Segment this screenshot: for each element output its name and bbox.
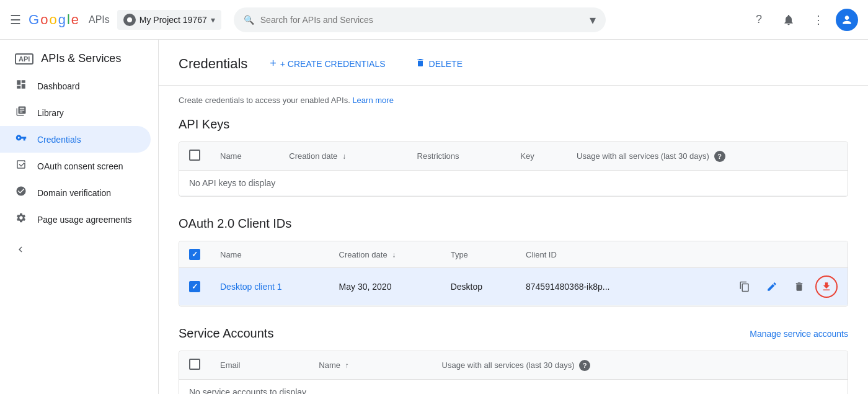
api-keys-name-header: Name [210,142,279,171]
oauth-row-name: Desktop client 1 [210,268,329,306]
api-keys-key-header: Key [510,142,567,171]
edit-button[interactable] [761,275,783,298]
oauth-row-client-id: 874591480368-ik8p... [516,268,667,306]
copy-button[interactable] [733,275,756,298]
library-icon [15,105,27,120]
project-selector[interactable]: My Project 19767 ▾ [117,10,221,30]
service-accounts-title: Service Accounts [179,326,273,341]
table-row: Desktop client 1 May 30, 2020 Desktop 87… [179,268,848,306]
delete-row-button[interactable] [788,275,810,298]
sort-desc-icon: ↓ [392,251,396,259]
sidebar-item-dashboard[interactable]: Dashboard [0,73,151,99]
sa-checkbox-header [179,351,210,380]
sidebar-item-label: Page usage agreements [37,215,132,225]
sa-empty-row: No service accounts to display [179,380,848,395]
service-accounts-table: Email Name ↑ Usage with all services (la… [179,351,848,394]
project-dot-icon [123,14,136,26]
oauth-name-header: Name [210,241,329,268]
topbar-right: ? ⋮ [746,7,858,32]
sidebar-title: APIs & Services [41,52,121,65]
delete-button[interactable]: DELETE [408,53,470,74]
main-content: Credentials + + CREATE CREDENTIALS DELET… [159,40,868,394]
sa-name-header[interactable]: Name ↑ [309,351,432,380]
credentials-icon [15,132,27,146]
service-accounts-header: Service Accounts Manage service accounts [179,326,848,341]
notification-button[interactable] [776,7,801,32]
chevron-down-icon: ▾ [211,15,215,25]
oauth-header-row: Name Creation date ↓ Type Client ID [179,241,848,268]
api-keys-header-row: Name Creation date ↓ Restrictions Key [179,142,848,171]
manage-service-accounts-link[interactable]: Manage service accounts [750,329,848,339]
api-keys-restrictions-header: Restrictions [407,142,511,171]
learn-more-link[interactable]: Learn more [352,96,393,105]
sidebar-item-library[interactable]: Library [0,99,151,126]
oauth-actions-header [667,241,848,268]
api-keys-title: API Keys [179,117,848,132]
dashboard-icon [15,79,27,93]
api-keys-creation-date-header[interactable]: Creation date ↓ [279,142,407,171]
hamburger-menu[interactable]: ☰ [10,12,21,27]
delete-btn-icon [415,58,425,69]
oauth-row-date: May 30, 2020 [329,268,441,306]
sa-usage-header: Usage with all services (last 30 days) ? [432,351,848,380]
page-usage-icon [15,212,27,226]
api-keys-table: Name Creation date ↓ Restrictions Key [179,141,848,197]
sidebar-item-page-usage[interactable]: Page usage agreements [0,206,151,233]
oauth-creation-date-header[interactable]: Creation date ↓ [329,241,441,268]
desktop-client-link[interactable]: Desktop client 1 [220,282,282,292]
sidebar-item-label: Credentials [37,135,81,145]
sa-email-header: Email [210,351,309,380]
sidebar: API APIs & Services Dashboard Library Cr… [0,40,159,394]
plus-icon: + [270,57,277,70]
api-keys-checkbox-header [179,142,210,171]
search-icon: 🔍 [244,15,254,25]
page-title: Credentials [179,56,247,72]
sidebar-item-credentials[interactable]: Credentials [0,126,151,153]
service-accounts-header-row: Email Name ↑ Usage with all services (la… [179,351,848,380]
oauth-table: Name Creation date ↓ Type Client ID [179,241,848,307]
oauth-title: OAuth 2.0 Client IDs [179,217,848,231]
sidebar-item-label: Library [37,108,64,118]
search-input[interactable] [260,15,590,25]
search-bar: 🔍 ▾ [234,7,606,32]
oauth-row-checkbox-cell [179,268,210,306]
project-name: My Project 19767 [140,15,207,25]
svg-point-0 [127,17,132,22]
sidebar-item-label: OAuth consent screen [37,161,123,171]
sidebar-item-domain[interactable]: Domain verification [0,179,151,206]
sidebar-header: API APIs & Services [0,45,158,73]
row-actions-container [677,275,838,298]
learn-more-text: Create credentials to access your enable… [179,96,848,105]
oauth-icon [15,159,27,173]
api-keys-empty-row: No API keys to display [179,171,848,196]
domain-icon [15,186,27,200]
topbar: ☰ Google APIs My Project 19767 ▾ 🔍 ▾ ? ⋮ [0,0,868,40]
sa-usage-help-icon[interactable]: ? [579,360,590,371]
sidebar-item-oauth[interactable]: OAuth consent screen [0,153,151,179]
api-keys-usage-header: Usage with all services (last 30 days) ? [567,142,848,171]
create-credentials-button[interactable]: + + CREATE CREDENTIALS [262,52,392,75]
more-options-button[interactable]: ⋮ [806,7,831,32]
avatar[interactable] [836,9,858,31]
oauth-select-all-checkbox[interactable] [189,249,200,260]
download-button[interactable] [815,275,838,298]
oauth-row-type: Desktop [441,268,516,306]
sidebar-collapse-button[interactable] [0,238,158,261]
main-layout: API APIs & Services Dashboard Library Cr… [0,40,868,394]
page-header: Credentials + + CREATE CREDENTIALS DELET… [159,40,868,86]
search-dropdown-icon[interactable]: ▾ [590,12,596,27]
help-button[interactable]: ? [746,7,771,32]
sidebar-item-label: Domain verification [37,188,111,198]
google-logo: Google [29,12,79,28]
oauth-type-header: Type [441,241,516,268]
sa-select-all-checkbox[interactable] [189,359,200,370]
api-keys-select-all-checkbox[interactable] [189,150,200,161]
content-area: Create credentials to access your enable… [159,86,868,394]
api-keys-usage-help-icon[interactable]: ? [714,151,725,162]
oauth-checkbox-header [179,241,210,268]
oauth-client-id-header: Client ID [516,241,667,268]
oauth-row-checkbox[interactable] [189,281,200,292]
product-name: APIs [89,14,110,25]
sort-asc-icon: ↑ [345,361,349,370]
api-badge: API [15,53,33,65]
